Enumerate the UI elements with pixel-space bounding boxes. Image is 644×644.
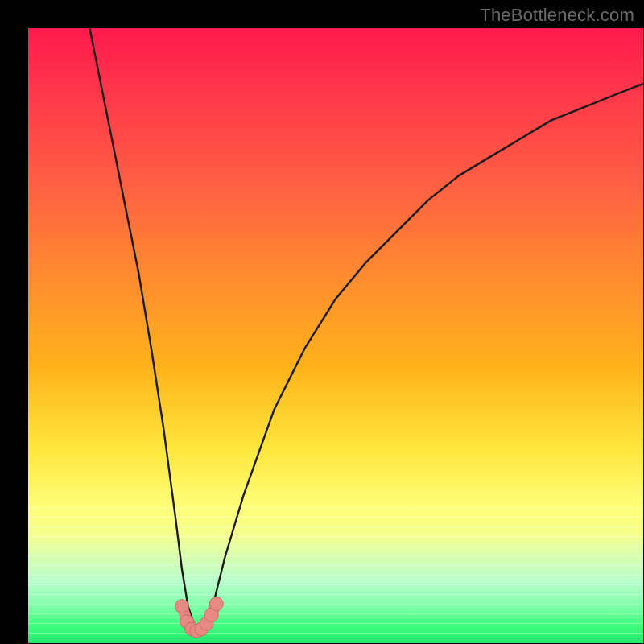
- marker-dot: [175, 600, 189, 613]
- plot-area: [28, 28, 643, 643]
- chart-frame: TheBottleneck.com: [0, 0, 644, 644]
- chart-svg: [28, 28, 643, 643]
- marker-dot: [209, 597, 223, 611]
- watermark-text: TheBottleneck.com: [480, 5, 634, 26]
- bottleneck-curve: [89, 28, 643, 631]
- optimal-range-markers: [175, 597, 224, 638]
